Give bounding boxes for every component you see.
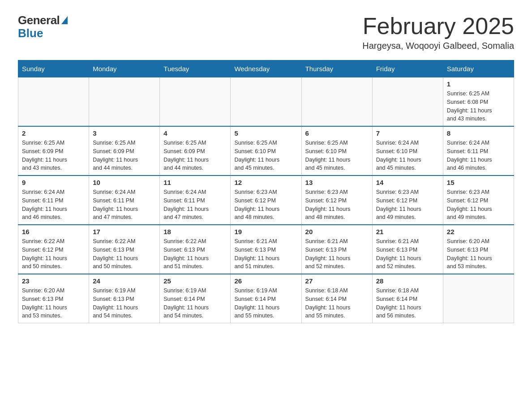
day-number: 4 — [163, 129, 227, 137]
day-info: Sunrise: 6:21 AM Sunset: 6:13 PM Dayligh… — [376, 237, 439, 271]
day-info: Sunrise: 6:22 AM Sunset: 6:13 PM Dayligh… — [163, 237, 227, 271]
calendar-cell-w3-d3: 11Sunrise: 6:24 AM Sunset: 6:11 PM Dayli… — [160, 176, 231, 225]
calendar-cell-w1-d5 — [301, 77, 372, 127]
calendar-cell-w5-d5: 27Sunrise: 6:18 AM Sunset: 6:14 PM Dayli… — [301, 274, 372, 323]
calendar-cell-w4-d5: 20Sunrise: 6:21 AM Sunset: 6:13 PM Dayli… — [301, 225, 372, 274]
day-info: Sunrise: 6:19 AM Sunset: 6:14 PM Dayligh… — [163, 287, 227, 320]
day-info: Sunrise: 6:25 AM Sunset: 6:09 PM Dayligh… — [163, 139, 227, 172]
logo-blue-text: Blue — [18, 26, 43, 40]
page-header: General Blue February 2025 Hargeysa, Woq… — [18, 13, 514, 51]
day-info: Sunrise: 6:24 AM Sunset: 6:11 PM Dayligh… — [93, 188, 156, 222]
day-number: 5 — [234, 129, 297, 137]
col-header-sunday: Sunday — [18, 60, 89, 77]
calendar-cell-w5-d1: 23Sunrise: 6:20 AM Sunset: 6:13 PM Dayli… — [18, 274, 89, 323]
calendar-cell-w3-d5: 13Sunrise: 6:23 AM Sunset: 6:12 PM Dayli… — [301, 176, 372, 225]
day-number: 25 — [163, 277, 227, 285]
col-header-friday: Friday — [372, 60, 443, 77]
day-info: Sunrise: 6:19 AM Sunset: 6:14 PM Dayligh… — [234, 287, 297, 320]
day-number: 22 — [447, 228, 510, 235]
day-number: 28 — [376, 277, 439, 285]
day-number: 26 — [234, 277, 297, 285]
logo-general-text: General — [18, 13, 60, 27]
calendar-cell-w2-d2: 3Sunrise: 6:25 AM Sunset: 6:09 PM Daylig… — [89, 126, 160, 176]
day-number: 18 — [163, 228, 227, 235]
calendar-cell-w3-d6: 14Sunrise: 6:23 AM Sunset: 6:12 PM Dayli… — [372, 176, 443, 225]
calendar-cell-w1-d2 — [89, 77, 160, 127]
day-number: 19 — [234, 228, 297, 235]
calendar-cell-w4-d7: 22Sunrise: 6:20 AM Sunset: 6:13 PM Dayli… — [443, 225, 514, 274]
calendar-week-1: 1Sunrise: 6:25 AM Sunset: 6:08 PM Daylig… — [18, 77, 514, 127]
calendar-cell-w3-d1: 9Sunrise: 6:24 AM Sunset: 6:11 PM Daylig… — [18, 176, 89, 225]
day-info: Sunrise: 6:23 AM Sunset: 6:12 PM Dayligh… — [305, 188, 369, 222]
day-number: 10 — [93, 179, 156, 186]
calendar-cell-w4-d1: 16Sunrise: 6:22 AM Sunset: 6:12 PM Dayli… — [18, 225, 89, 274]
day-info: Sunrise: 6:23 AM Sunset: 6:12 PM Dayligh… — [234, 188, 297, 222]
calendar-cell-w4-d3: 18Sunrise: 6:22 AM Sunset: 6:13 PM Dayli… — [160, 225, 231, 274]
day-number: 3 — [93, 129, 156, 137]
calendar-cell-w1-d3 — [160, 77, 231, 127]
day-number: 16 — [22, 228, 85, 235]
calendar-week-5: 23Sunrise: 6:20 AM Sunset: 6:13 PM Dayli… — [18, 274, 514, 323]
calendar-cell-w5-d7 — [443, 274, 514, 323]
day-number: 23 — [22, 277, 85, 285]
calendar-cell-w2-d3: 4Sunrise: 6:25 AM Sunset: 6:09 PM Daylig… — [160, 126, 231, 176]
col-header-saturday: Saturday — [443, 60, 514, 77]
calendar-week-3: 9Sunrise: 6:24 AM Sunset: 6:11 PM Daylig… — [18, 176, 514, 225]
calendar-cell-w1-d6 — [372, 77, 443, 127]
day-number: 11 — [163, 179, 227, 186]
calendar-cell-w1-d7: 1Sunrise: 6:25 AM Sunset: 6:08 PM Daylig… — [443, 77, 514, 127]
day-info: Sunrise: 6:18 AM Sunset: 6:14 PM Dayligh… — [305, 287, 369, 320]
calendar-cell-w3-d4: 12Sunrise: 6:23 AM Sunset: 6:12 PM Dayli… — [231, 176, 301, 225]
day-info: Sunrise: 6:18 AM Sunset: 6:14 PM Dayligh… — [376, 287, 439, 320]
calendar-header-row: Sunday Monday Tuesday Wednesday Thursday… — [18, 60, 514, 77]
calendar-week-2: 2Sunrise: 6:25 AM Sunset: 6:09 PM Daylig… — [18, 126, 514, 176]
day-number: 21 — [376, 228, 439, 235]
calendar-cell-w4-d2: 17Sunrise: 6:22 AM Sunset: 6:13 PM Dayli… — [89, 225, 160, 274]
day-number: 24 — [93, 277, 156, 285]
day-number: 1 — [447, 80, 510, 88]
day-number: 9 — [22, 179, 85, 186]
day-info: Sunrise: 6:22 AM Sunset: 6:13 PM Dayligh… — [93, 237, 156, 271]
calendar-cell-w5-d3: 25Sunrise: 6:19 AM Sunset: 6:14 PM Dayli… — [160, 274, 231, 323]
calendar-cell-w4-d6: 21Sunrise: 6:21 AM Sunset: 6:13 PM Dayli… — [372, 225, 443, 274]
day-info: Sunrise: 6:25 AM Sunset: 6:10 PM Dayligh… — [305, 139, 369, 172]
title-block: February 2025 Hargeysa, Woqooyi Galbeed,… — [362, 13, 514, 51]
day-info: Sunrise: 6:25 AM Sunset: 6:08 PM Dayligh… — [447, 90, 510, 123]
calendar-cell-w2-d7: 8Sunrise: 6:24 AM Sunset: 6:11 PM Daylig… — [443, 126, 514, 176]
calendar-week-4: 16Sunrise: 6:22 AM Sunset: 6:12 PM Dayli… — [18, 225, 514, 274]
col-header-wednesday: Wednesday — [231, 60, 301, 77]
calendar-cell-w3-d2: 10Sunrise: 6:24 AM Sunset: 6:11 PM Dayli… — [89, 176, 160, 225]
day-info: Sunrise: 6:22 AM Sunset: 6:12 PM Dayligh… — [22, 237, 85, 271]
day-number: 13 — [305, 179, 369, 186]
day-info: Sunrise: 6:25 AM Sunset: 6:09 PM Dayligh… — [93, 139, 156, 172]
day-number: 20 — [305, 228, 369, 235]
day-info: Sunrise: 6:19 AM Sunset: 6:13 PM Dayligh… — [93, 287, 156, 320]
col-header-thursday: Thursday — [301, 60, 372, 77]
day-info: Sunrise: 6:24 AM Sunset: 6:11 PM Dayligh… — [22, 188, 85, 222]
calendar-cell-w2-d4: 5Sunrise: 6:25 AM Sunset: 6:10 PM Daylig… — [231, 126, 301, 176]
day-number: 2 — [22, 129, 85, 137]
day-number: 6 — [305, 129, 369, 137]
day-info: Sunrise: 6:23 AM Sunset: 6:12 PM Dayligh… — [376, 188, 439, 222]
day-info: Sunrise: 6:21 AM Sunset: 6:13 PM Dayligh… — [305, 237, 369, 271]
day-number: 17 — [93, 228, 156, 235]
col-header-tuesday: Tuesday — [160, 60, 231, 77]
day-number: 27 — [305, 277, 369, 285]
location-subtitle: Hargeysa, Woqooyi Galbeed, Somalia — [362, 41, 514, 51]
day-info: Sunrise: 6:24 AM Sunset: 6:11 PM Dayligh… — [447, 139, 510, 172]
day-info: Sunrise: 6:25 AM Sunset: 6:10 PM Dayligh… — [234, 139, 297, 172]
day-info: Sunrise: 6:24 AM Sunset: 6:11 PM Dayligh… — [163, 188, 227, 222]
col-header-monday: Monday — [89, 60, 160, 77]
day-info: Sunrise: 6:23 AM Sunset: 6:12 PM Dayligh… — [447, 188, 510, 222]
day-number: 12 — [234, 179, 297, 186]
day-info: Sunrise: 6:20 AM Sunset: 6:13 PM Dayligh… — [447, 237, 510, 271]
day-number: 15 — [447, 179, 510, 186]
calendar-cell-w2-d1: 2Sunrise: 6:25 AM Sunset: 6:09 PM Daylig… — [18, 126, 89, 176]
calendar-cell-w1-d4 — [231, 77, 301, 127]
calendar-cell-w3-d7: 15Sunrise: 6:23 AM Sunset: 6:12 PM Dayli… — [443, 176, 514, 225]
day-number: 8 — [447, 129, 510, 137]
logo: General Blue — [18, 13, 68, 40]
calendar-table: Sunday Monday Tuesday Wednesday Thursday… — [18, 60, 514, 323]
logo-triangle-icon — [61, 16, 68, 24]
calendar-cell-w2-d5: 6Sunrise: 6:25 AM Sunset: 6:10 PM Daylig… — [301, 126, 372, 176]
